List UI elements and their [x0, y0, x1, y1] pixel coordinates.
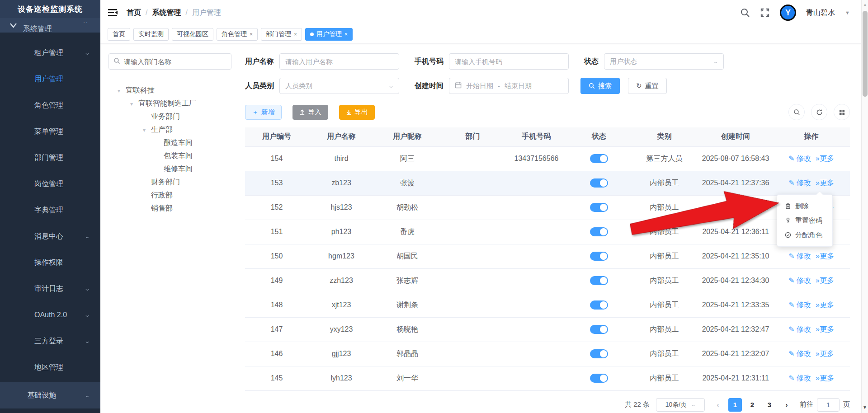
assign-role-menu-item[interactable]: 分配角色	[777, 228, 832, 242]
sidebar-item-dictionary[interactable]: 字典管理	[0, 197, 100, 223]
status-toggle[interactable]	[590, 325, 608, 334]
tree-node[interactable]: 业务部门	[108, 110, 231, 123]
tree-expand-icon[interactable]: ▾	[130, 101, 138, 107]
reset-password-menu-item[interactable]: 重置密码	[777, 213, 832, 228]
sidebar-item-message-center[interactable]: 消息中心⌄	[0, 223, 100, 249]
sidebar-item-audit-logs[interactable]: 审计日志⌄	[0, 276, 100, 302]
department-search-field[interactable]	[108, 53, 231, 70]
sidebar-section-system[interactable]: 系统管理 ··	[0, 18, 100, 33]
sidebar-item-roles[interactable]: 角色管理	[0, 92, 100, 118]
import-button[interactable]: 导入	[292, 105, 328, 120]
more-link[interactable]: »更多	[816, 179, 834, 187]
sidebar-item-menus[interactable]: 菜单管理	[0, 118, 100, 145]
tree-node[interactable]: 酿造车间	[108, 136, 231, 150]
sidebar-item-posts[interactable]: 岗位管理	[0, 171, 100, 197]
sidebar-item-infrastructure[interactable]: 基础设施⌄	[0, 382, 100, 408]
tree-node[interactable]: 财务部门	[108, 176, 231, 189]
status-toggle[interactable]	[590, 178, 608, 188]
tree-node[interactable]: 维修车间	[108, 163, 231, 176]
user-name[interactable]: 青山碧水	[806, 8, 835, 18]
table-search-icon[interactable]	[788, 104, 805, 120]
status-toggle[interactable]	[590, 300, 608, 310]
page-size-select[interactable]: 10条/页⌄	[656, 398, 705, 412]
edit-link[interactable]: ✎ 修改	[788, 277, 811, 284]
next-page-button[interactable]: ›	[780, 398, 793, 412]
goto-page-input[interactable]	[817, 398, 840, 412]
search-button[interactable]: 搜索	[580, 78, 620, 94]
scroll-down-icon[interactable]: ▼	[863, 405, 867, 410]
prev-page-button[interactable]: ‹	[711, 398, 725, 412]
status-toggle[interactable]	[590, 349, 608, 358]
tree-node[interactable]: ▾宜联智能制造工厂	[108, 97, 231, 110]
tab-visual-park[interactable]: 可视化园区	[172, 28, 213, 41]
more-link[interactable]: »更多	[816, 277, 834, 284]
tab-department-management[interactable]: 部门管理×	[261, 28, 302, 41]
more-link[interactable]: »更多	[816, 325, 834, 333]
table-refresh-icon[interactable]	[811, 104, 827, 120]
vertical-scrollbar[interactable]: ▲ ▼	[861, 0, 868, 413]
sidebar-item-third-party-login[interactable]: 三方登录⌄	[0, 328, 100, 354]
close-icon[interactable]: ×	[294, 31, 297, 38]
delete-menu-item[interactable]: 删除	[777, 199, 832, 213]
tree-node[interactable]: 包装车间	[108, 150, 231, 163]
tree-node[interactable]: 行政部	[108, 189, 231, 202]
more-link[interactable]: »更多	[816, 374, 834, 382]
page-button-3[interactable]: 3	[763, 398, 776, 412]
tab-role-management[interactable]: 角色管理×	[217, 28, 258, 41]
avatar[interactable]: Y	[780, 5, 796, 21]
edit-link[interactable]: ✎ 修改	[788, 350, 811, 357]
date-range-picker[interactable]: 开始日期 - 结束日期	[449, 78, 569, 94]
page-button-1[interactable]: 1	[728, 398, 742, 412]
phone-input[interactable]	[455, 58, 563, 66]
add-button[interactable]: ＋新增	[245, 105, 282, 120]
more-link[interactable]: »更多	[816, 301, 834, 309]
username-input[interactable]	[285, 58, 393, 66]
more-link[interactable]: »更多	[816, 155, 834, 162]
edit-link[interactable]: ✎ 修改	[788, 301, 811, 309]
edit-link[interactable]: ✎ 修改	[788, 325, 811, 333]
scrollbar-thumb[interactable]	[863, 11, 868, 97]
sidebar-item-oauth[interactable]: OAuth 2.0⌄	[0, 302, 100, 328]
breadcrumb-home[interactable]: 首页	[127, 8, 141, 18]
edit-link[interactable]: ✎ 修改	[788, 155, 811, 162]
tree-expand-icon[interactable]: ▾	[143, 127, 151, 133]
tree-node[interactable]: ▾生产部	[108, 123, 231, 136]
sidebar-item-tenant[interactable]: 租户管理⌄	[0, 40, 100, 66]
fullscreen-icon[interactable]	[760, 8, 770, 18]
sidebar-item-regions[interactable]: 地区管理	[0, 354, 100, 380]
more-link[interactable]: »更多	[816, 350, 834, 357]
more-link[interactable]: »更多	[816, 252, 834, 260]
status-toggle[interactable]	[590, 374, 608, 383]
tree-expand-icon[interactable]: ▾	[118, 88, 126, 94]
edit-link[interactable]: ✎ 修改	[788, 252, 811, 260]
close-icon[interactable]: ×	[344, 31, 348, 38]
status-toggle[interactable]	[590, 203, 608, 212]
tab-realtime-monitor[interactable]: 实时监测	[133, 28, 169, 41]
reset-button[interactable]: ↻ 重置	[628, 78, 667, 94]
sidebar-item-departments[interactable]: 部门管理	[0, 145, 100, 171]
edit-link[interactable]: ✎ 修改	[788, 179, 811, 187]
department-search-input[interactable]	[124, 58, 226, 66]
export-button[interactable]: 导出	[339, 105, 375, 120]
status-toggle[interactable]	[590, 276, 608, 285]
person-type-select[interactable]: 人员类别⌄	[279, 78, 399, 94]
search-icon[interactable]	[740, 8, 750, 18]
menu-fold-icon[interactable]	[108, 8, 118, 17]
close-icon[interactable]: ×	[250, 31, 253, 38]
status-select[interactable]: 用户状态⌄	[604, 53, 724, 70]
tree-node[interactable]: 销售部	[108, 202, 231, 215]
page-button-2[interactable]: 2	[745, 398, 759, 412]
sidebar-item-users[interactable]: 用户管理	[0, 66, 100, 92]
tab-home[interactable]: 首页	[108, 28, 130, 41]
tree-node[interactable]: ▾宜联科技	[108, 84, 231, 97]
caret-down-icon[interactable]: ▼	[845, 10, 850, 15]
status-toggle[interactable]	[590, 252, 608, 261]
tab-user-management[interactable]: 用户管理×	[305, 28, 353, 41]
status-toggle[interactable]	[590, 227, 608, 236]
status-toggle[interactable]	[590, 154, 608, 163]
scroll-up-icon[interactable]: ▲	[863, 2, 867, 7]
edit-link[interactable]: ✎ 修改	[788, 374, 811, 382]
column-settings-icon[interactable]	[834, 104, 850, 120]
sidebar-item-operation-permissions[interactable]: 操作权限	[0, 249, 100, 276]
breadcrumb-system[interactable]: 系统管理	[152, 8, 181, 18]
